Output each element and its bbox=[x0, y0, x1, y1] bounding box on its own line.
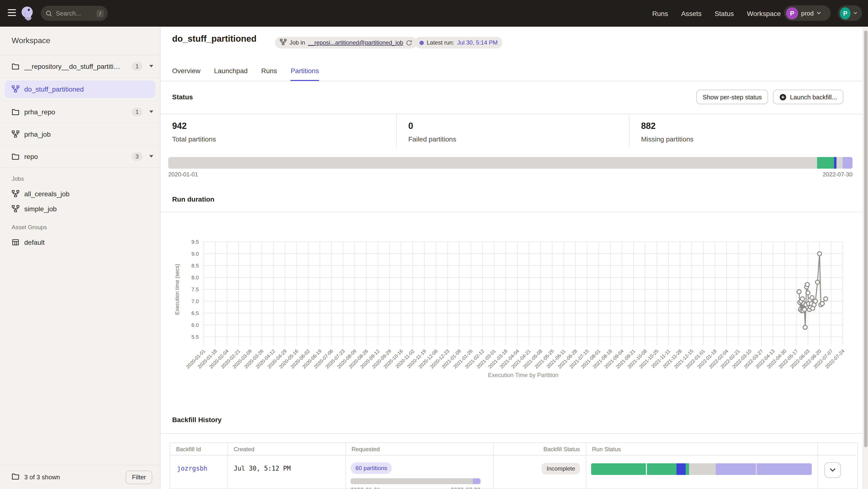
stat-label: Failed partitions bbox=[408, 135, 629, 143]
y-tick-label: 5.5 bbox=[191, 334, 199, 340]
shown-count: 3 of 3 shown bbox=[24, 474, 121, 481]
stat-total-partitions: 942Total partitions bbox=[160, 115, 396, 148]
sidebar-item-all-cereals-job[interactable]: all_cereals_job bbox=[0, 186, 160, 201]
requested-range-dates: 2020-01-01 2022-07-30 bbox=[350, 487, 480, 489]
stat-value: 0 bbox=[408, 121, 629, 131]
y-tick-label: 6.0 bbox=[191, 322, 199, 328]
run-status-dot-icon bbox=[420, 40, 424, 45]
user-menu[interactable]: P bbox=[838, 5, 862, 21]
search-shortcut-key: / bbox=[96, 9, 104, 17]
sidebar-item-label: prha_job bbox=[24, 130, 51, 138]
job-location-tag: Job in __reposi...artitioned@partitioned… bbox=[275, 37, 417, 48]
job-icon bbox=[12, 205, 20, 213]
show-per-step-status-button[interactable]: Show per-step status bbox=[696, 90, 768, 104]
job-location-link[interactable]: __reposi...artitioned@partitioned_job bbox=[308, 39, 403, 46]
plus-circle-icon bbox=[779, 93, 786, 101]
search-input[interactable]: Search... / bbox=[41, 6, 107, 21]
folder-icon bbox=[12, 108, 20, 116]
count-badge: 3 bbox=[132, 152, 143, 161]
bar-start-date: 2020-01-01 bbox=[168, 171, 198, 178]
run-duration-heading: Run duration bbox=[172, 195, 214, 203]
tab-partitions[interactable]: Partitions bbox=[291, 62, 319, 82]
y-tick-label: 6.5 bbox=[191, 310, 199, 316]
series-line bbox=[799, 254, 826, 327]
sidebar-item-label: do_stuff_partitioned bbox=[24, 85, 84, 93]
tab-runs[interactable]: Runs bbox=[261, 62, 277, 82]
data-point bbox=[820, 301, 824, 305]
sidebar-item-do-stuff-partitioned[interactable]: do_stuff_partitioned bbox=[0, 77, 160, 101]
nav-item-assets[interactable]: Assets bbox=[681, 9, 702, 17]
tab-overview[interactable]: Overview bbox=[172, 62, 200, 82]
y-tick-label: 9.5 bbox=[191, 239, 199, 245]
column-header-empty bbox=[818, 443, 856, 456]
table-cell-run-status bbox=[586, 456, 818, 489]
bar-segment bbox=[647, 463, 676, 475]
workspace-sidebar: Workspace __repository__do_stuff_partiti… bbox=[0, 27, 160, 489]
dagster-logo-icon[interactable] bbox=[20, 6, 35, 20]
chevron-down-icon[interactable] bbox=[149, 155, 153, 158]
run-status-bar[interactable] bbox=[591, 463, 812, 475]
sidebar-item-simple-job[interactable]: simple_job bbox=[0, 201, 160, 216]
sidebar-item-prha-repo[interactable]: prha_repo1 bbox=[0, 101, 160, 123]
bar-segment bbox=[842, 157, 852, 169]
launch-backfill-button[interactable]: Launch backfill... bbox=[773, 90, 843, 104]
bar-segment bbox=[350, 478, 473, 484]
sidebar-item-label: all_cereals_job bbox=[24, 190, 70, 197]
y-tick-label: 8.5 bbox=[191, 263, 199, 269]
vertical-scrollbar[interactable] bbox=[863, 27, 868, 489]
chevron-down-icon[interactable] bbox=[149, 65, 153, 67]
backfill-history-heading: Backfill History bbox=[172, 416, 222, 424]
partition-status-bar[interactable] bbox=[168, 157, 852, 169]
chevron-down-icon bbox=[830, 468, 836, 472]
data-point bbox=[806, 291, 810, 295]
filter-button[interactable]: Filter bbox=[126, 470, 152, 484]
stat-value: 942 bbox=[172, 121, 396, 131]
backfill-id-link[interactable]: jozrgsbh bbox=[177, 465, 207, 472]
chevron-down-icon bbox=[854, 12, 857, 14]
stat-failed-partitions: 0Failed partitions bbox=[396, 115, 629, 148]
table-cell-requested: 60 partitions 2020-01-01 2022-07-30 bbox=[346, 456, 494, 489]
top-nav: RunsAssetsStatusWorkspace bbox=[652, 0, 781, 27]
scrollbar-thumb[interactable] bbox=[864, 31, 867, 447]
deployment-switcher[interactable]: P prod bbox=[784, 5, 831, 21]
stat-value: 882 bbox=[641, 121, 863, 131]
nav-item-status[interactable]: Status bbox=[715, 9, 734, 17]
job-icon bbox=[280, 38, 287, 47]
divider bbox=[160, 212, 863, 212]
chevron-down-icon[interactable] bbox=[149, 110, 153, 113]
data-point bbox=[810, 296, 814, 300]
bar-segment bbox=[473, 478, 480, 484]
stat-missing-partitions: 882Missing partitions bbox=[629, 115, 863, 148]
sidebar-item-repository-do-stuff-partitio[interactable]: __repository__do_stuff_partitio...1 bbox=[0, 55, 160, 77]
data-point bbox=[813, 299, 817, 303]
nav-item-workspace[interactable]: Workspace bbox=[747, 9, 781, 17]
latest-run-label: Latest run: bbox=[427, 39, 454, 46]
bar-segment bbox=[676, 463, 685, 475]
expand-row-button[interactable] bbox=[824, 462, 841, 478]
refresh-icon[interactable] bbox=[406, 39, 412, 46]
sidebar-item-prha-job[interactable]: prha_job bbox=[0, 123, 160, 145]
backfill-history-table: Backfill IdCreatedRequestedBackfill Stat… bbox=[170, 443, 858, 489]
latest-run-link[interactable]: Jul 30, 5:14 PM bbox=[457, 39, 498, 46]
divider bbox=[160, 433, 863, 434]
status-actions: Show per-step status Launch backfill... bbox=[696, 90, 843, 104]
column-header-created: Created bbox=[228, 443, 346, 456]
partition-stats: 942Total partitions0Failed partitions882… bbox=[160, 114, 863, 148]
tab-launchpad[interactable]: Launchpad bbox=[214, 62, 248, 82]
sidebar-item-default[interactable]: default bbox=[0, 234, 160, 250]
divider bbox=[160, 81, 863, 82]
y-tick-label: 8.0 bbox=[191, 274, 199, 281]
sidebar-section-jobs: Jobs bbox=[0, 168, 160, 186]
sidebar-rows: __repository__do_stuff_partitio...1do_st… bbox=[0, 55, 160, 250]
search-placeholder: Search... bbox=[56, 10, 96, 17]
y-tick-label: 7.0 bbox=[191, 298, 199, 304]
sidebar-item-label: simple_job bbox=[24, 205, 57, 213]
bar-segment bbox=[685, 463, 689, 475]
menu-icon[interactable] bbox=[8, 9, 16, 17]
deployment-label: prod bbox=[801, 9, 814, 17]
chart-caption: Execution Time by Partition bbox=[488, 372, 559, 378]
partition-bar-dates: 2020-01-01 2022-07-30 bbox=[168, 171, 852, 178]
sidebar-item-repo[interactable]: repo3 bbox=[0, 145, 160, 168]
column-header-run-status: Run Status bbox=[586, 443, 818, 456]
nav-item-runs[interactable]: Runs bbox=[652, 9, 668, 17]
